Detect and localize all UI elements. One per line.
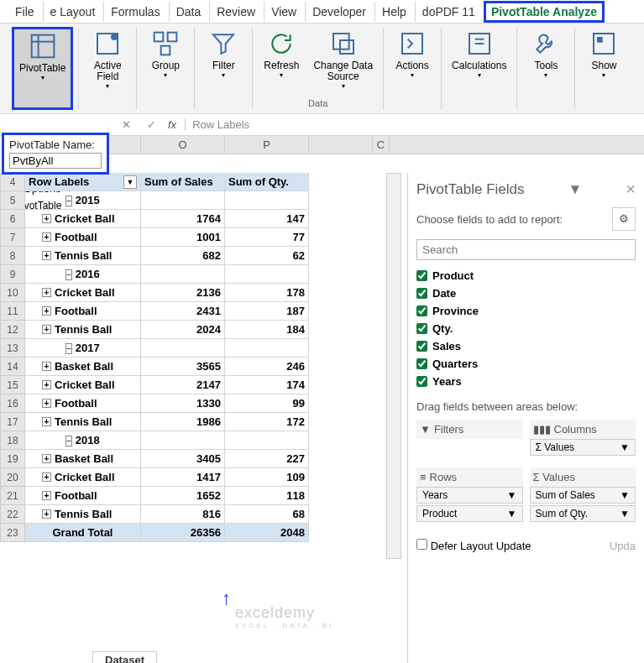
row-header[interactable]: 9: [0, 265, 25, 284]
columns-area[interactable]: ▮▮▮Columns Σ Values ▼: [530, 420, 636, 461]
collapse-icon[interactable]: −: [65, 269, 72, 280]
product-row[interactable]: +Cricket Ball: [25, 284, 141, 301]
qty-cell[interactable]: 174: [225, 376, 309, 394]
expand-icon[interactable]: +: [42, 232, 51, 242]
sales-cell[interactable]: 2024: [141, 321, 225, 338]
qty-cell[interactable]: 118: [225, 487, 309, 504]
field-checkbox[interactable]: [416, 323, 427, 334]
tab-data[interactable]: Data: [169, 2, 208, 22]
qty-cell[interactable]: 246: [225, 358, 309, 375]
year-row[interactable]: − 2016: [25, 265, 141, 283]
field-item[interactable]: Date: [416, 285, 636, 302]
row-header[interactable]: 12: [0, 321, 25, 339]
expand-icon[interactable]: +: [42, 251, 51, 260]
refresh-button[interactable]: Refresh ▾: [258, 27, 305, 97]
expand-icon[interactable]: +: [42, 509, 51, 519]
field-checkbox[interactable]: [416, 305, 427, 316]
sales-cell[interactable]: 2147: [141, 376, 225, 394]
field-checkbox[interactable]: [416, 270, 427, 281]
sales-cell[interactable]: 2136: [141, 284, 225, 301]
qty-cell[interactable]: 62: [225, 247, 309, 264]
row-header[interactable]: 23: [0, 524, 25, 542]
row-header[interactable]: 14: [0, 358, 25, 376]
row-header[interactable]: 18: [0, 431, 25, 450]
field-item[interactable]: Quarters: [416, 355, 636, 373]
qty-cell[interactable]: 184: [225, 321, 309, 338]
calculations-button[interactable]: Calculations ▾: [447, 27, 511, 110]
defer-layout-checkbox[interactable]: Defer Layout Update: [416, 539, 531, 552]
qty-cell[interactable]: 2048: [225, 524, 309, 541]
row-header[interactable]: 8: [0, 247, 25, 265]
expand-icon[interactable]: +: [42, 491, 51, 500]
row-header[interactable]: 11: [0, 302, 25, 321]
qty-cell[interactable]: 77: [225, 228, 309, 246]
row-header[interactable]: 17: [0, 413, 25, 431]
product-row[interactable]: +Football: [25, 228, 141, 246]
filter-button[interactable]: Filter ▾: [200, 27, 247, 110]
expand-icon[interactable]: +: [42, 454, 51, 463]
expand-icon[interactable]: +: [42, 417, 51, 426]
expand-icon[interactable]: +: [42, 362, 51, 371]
sales-cell[interactable]: 1652: [141, 487, 225, 504]
expand-icon[interactable]: +: [42, 288, 51, 297]
filter-dropdown-icon[interactable]: ▼: [123, 175, 137, 189]
area-item[interactable]: Σ Values ▼: [530, 439, 636, 456]
area-item[interactable]: Sum of Qty. ▼: [530, 505, 636, 522]
expand-icon[interactable]: +: [42, 306, 51, 316]
field-checkbox[interactable]: [416, 288, 427, 299]
row-header[interactable]: 5: [0, 191, 25, 210]
product-row[interactable]: +Football: [25, 302, 141, 320]
field-checkbox[interactable]: [416, 376, 427, 387]
qty-cell[interactable]: 99: [225, 394, 309, 412]
pivottable-button[interactable]: PivotTable ▾: [12, 27, 73, 110]
product-row[interactable]: +Cricket Ball: [25, 376, 141, 394]
sheet-tab-dataset[interactable]: Dataset: [92, 651, 157, 663]
row-header[interactable]: 20: [0, 468, 25, 487]
sales-cell[interactable]: 1986: [141, 413, 225, 431]
sales-cell[interactable]: 1417: [141, 468, 225, 486]
qty-cell[interactable]: 172: [225, 413, 309, 431]
close-icon[interactable]: ×: [626, 180, 636, 199]
qty-cell[interactable]: 227: [225, 450, 309, 467]
field-item[interactable]: Province: [416, 302, 636, 320]
field-checkbox[interactable]: [416, 341, 427, 352]
expand-icon[interactable]: +: [42, 399, 51, 408]
area-item[interactable]: Product ▼: [416, 505, 523, 522]
sales-cell[interactable]: 3405: [141, 450, 225, 467]
qty-cell[interactable]: [225, 431, 309, 449]
tab-pivottable-analyze[interactable]: PivotTable Analyze: [484, 1, 605, 23]
row-header[interactable]: 7: [0, 228, 25, 247]
tab-help[interactable]: Help: [374, 2, 413, 22]
sales-cell[interactable]: [141, 265, 225, 283]
field-item[interactable]: Product: [416, 267, 636, 285]
row-header[interactable]: 4: [0, 173, 25, 191]
fx-icon[interactable]: fx: [168, 118, 176, 131]
expand-icon[interactable]: +: [42, 380, 51, 389]
product-row[interactable]: +Football: [25, 394, 141, 412]
sales-cell[interactable]: 3565: [141, 358, 225, 375]
product-row[interactable]: +Tennis Ball: [25, 505, 141, 523]
fields-search-input[interactable]: [416, 239, 636, 260]
collapse-icon[interactable]: −: [65, 343, 72, 354]
col-header-p[interactable]: P: [225, 136, 309, 154]
row-header[interactable]: 10: [0, 284, 25, 302]
row-header[interactable]: 19: [0, 450, 25, 468]
tab-review[interactable]: Review: [209, 2, 262, 22]
expand-icon[interactable]: +: [42, 214, 51, 223]
qty-cell[interactable]: 68: [225, 505, 309, 523]
year-row[interactable]: − 2015: [25, 191, 141, 209]
product-row[interactable]: +Cricket Ball: [25, 210, 141, 227]
area-item[interactable]: Years ▼: [416, 487, 523, 504]
sales-cell[interactable]: 682: [141, 247, 225, 264]
tools-button[interactable]: Tools ▾: [522, 27, 569, 110]
sales-cell[interactable]: 1001: [141, 228, 225, 246]
qty-cell[interactable]: [225, 191, 309, 209]
sales-cell[interactable]: [141, 339, 225, 357]
col-header-o[interactable]: O: [141, 136, 225, 154]
rows-area[interactable]: ≡Rows Years ▼Product ▼: [416, 467, 523, 524]
actions-button[interactable]: Actions ▾: [389, 27, 436, 110]
formula-value[interactable]: Row Labels: [185, 118, 249, 131]
filters-area[interactable]: ▼Filters: [416, 420, 523, 461]
row-labels-header[interactable]: Row Labels▼: [25, 173, 141, 191]
qty-cell[interactable]: 109: [225, 468, 309, 486]
